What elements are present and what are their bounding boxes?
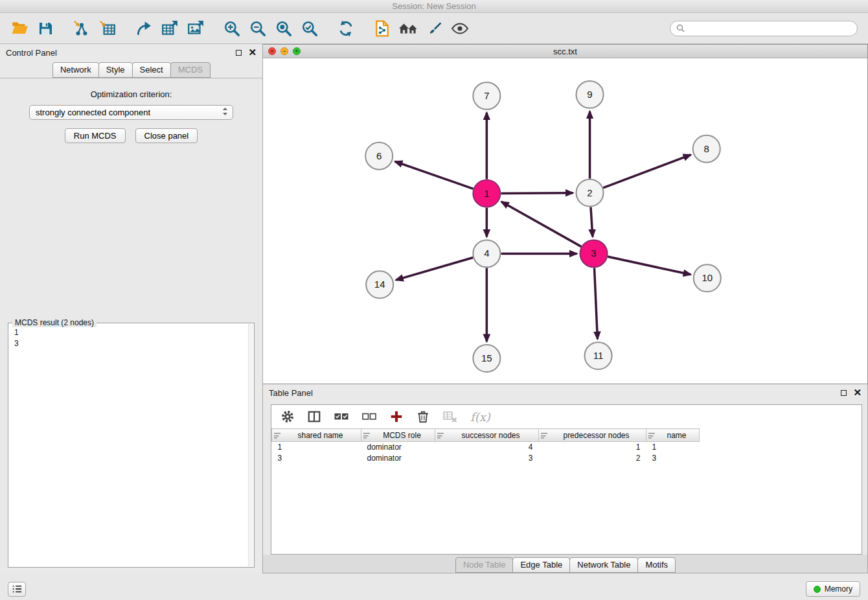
search-input[interactable] xyxy=(688,24,851,33)
graph-node-1[interactable]: 1 xyxy=(473,180,500,207)
graph-node-7[interactable]: 7 xyxy=(473,82,500,110)
zoom-fit-button[interactable] xyxy=(271,16,297,41)
maximize-window-button[interactable]: + xyxy=(293,47,301,55)
run-mcds-button[interactable]: Run MCDS xyxy=(65,128,126,143)
close-window-button[interactable]: × xyxy=(268,47,276,55)
tab-network-table[interactable]: Network Table xyxy=(569,557,638,573)
graph-edge-3-11[interactable] xyxy=(595,268,598,339)
graph-node-11[interactable]: 11 xyxy=(585,342,612,369)
table-toolbar: f(x) xyxy=(271,405,862,428)
graph-node-4[interactable]: 4 xyxy=(473,240,500,267)
graph-node-3[interactable]: 3 xyxy=(580,240,608,267)
select-all-columns-button[interactable] xyxy=(332,408,350,425)
zoom-fit-icon xyxy=(275,20,292,37)
column-header-name[interactable]: name xyxy=(646,429,700,442)
titlebar: Session: New Session xyxy=(0,0,868,13)
tab-style[interactable]: Style xyxy=(98,62,133,78)
show-hide-graphics-button[interactable] xyxy=(447,16,473,41)
create-column-button[interactable] xyxy=(388,408,405,425)
network-window-titlebar[interactable]: × − + scc.txt xyxy=(263,45,867,58)
column-header-predecessor-nodes[interactable]: predecessor nodes xyxy=(539,429,646,442)
close-table-panel-icon[interactable]: ✕ xyxy=(853,389,862,397)
column-header-MCDS-role[interactable]: MCDS role xyxy=(361,429,435,442)
apply-layout-button[interactable] xyxy=(333,16,359,41)
tab-node-table[interactable]: Node Table xyxy=(455,557,514,573)
export-table-button[interactable] xyxy=(157,16,183,41)
export-network-button[interactable] xyxy=(131,16,157,41)
zoom-out-button[interactable] xyxy=(245,16,271,41)
mcds-result-list[interactable]: 1 3 xyxy=(8,323,254,353)
column-sort-icon xyxy=(363,433,370,439)
table-row[interactable]: 1dominator411 xyxy=(272,442,700,453)
svg-text:6: 6 xyxy=(376,150,382,161)
table-cell[interactable]: 2 xyxy=(539,453,646,464)
export-image-button[interactable] xyxy=(183,16,209,41)
column-sort-icon xyxy=(541,433,547,439)
clone-network-button[interactable] xyxy=(369,16,395,41)
mcds-result-line: 3 xyxy=(14,338,248,349)
graph-node-15[interactable]: 15 xyxy=(473,345,500,372)
graph-edge-4-14[interactable] xyxy=(396,258,473,281)
optimization-criterion-select[interactable]: strongly connected component xyxy=(29,105,233,120)
graph-edge-2-3[interactable] xyxy=(591,207,593,237)
graph-node-10[interactable]: 10 xyxy=(694,264,721,292)
import-network-button[interactable] xyxy=(69,16,95,41)
tab-motifs[interactable]: Motifs xyxy=(637,557,676,573)
graph-edge-3-1[interactable] xyxy=(501,202,581,246)
table-cell[interactable]: 3 xyxy=(646,453,700,464)
column-header-successor-nodes[interactable]: successor nodes xyxy=(435,429,539,442)
column-header-shared-name[interactable]: shared name xyxy=(272,429,361,442)
minimize-window-button[interactable]: − xyxy=(280,47,288,55)
graph-node-2[interactable]: 2 xyxy=(577,179,604,207)
tab-edge-table[interactable]: Edge Table xyxy=(512,557,570,573)
tab-select[interactable]: Select xyxy=(132,62,171,78)
close-panel-icon[interactable]: ✕ xyxy=(248,49,257,56)
table-cell[interactable]: dominator xyxy=(361,453,435,464)
close-panel-button[interactable]: Close panel xyxy=(135,128,198,143)
table-cell[interactable]: 1 xyxy=(539,442,646,453)
deselect-all-columns-button[interactable] xyxy=(360,408,378,425)
import-network-icon xyxy=(73,20,90,37)
graph-node-6[interactable]: 6 xyxy=(365,143,393,170)
table-cell[interactable]: 3 xyxy=(435,453,539,464)
table-cell[interactable]: 1 xyxy=(646,442,700,453)
panel-selector-button[interactable] xyxy=(8,582,26,597)
graph-edge-1-6[interactable] xyxy=(395,161,474,189)
table-row[interactable]: 3dominator323 xyxy=(272,453,700,464)
zoom-in-button[interactable] xyxy=(219,16,245,41)
delete-columns-button[interactable] xyxy=(415,408,431,425)
network-canvas[interactable]: 7968124314101511 xyxy=(263,58,867,384)
search-box[interactable] xyxy=(670,21,858,36)
table-cell[interactable]: dominator xyxy=(361,442,435,453)
result-scrollbar[interactable] xyxy=(248,324,253,566)
list-icon xyxy=(11,584,23,594)
import-table-button[interactable] xyxy=(95,16,120,41)
style-brush-button[interactable] xyxy=(421,16,447,41)
save-session-button[interactable] xyxy=(32,16,58,41)
open-file-button[interactable] xyxy=(6,16,32,41)
memory-button[interactable]: Memory xyxy=(806,581,860,597)
table-cell[interactable]: 1 xyxy=(272,442,361,453)
network-home-button[interactable] xyxy=(395,16,421,41)
zoom-selected-icon xyxy=(301,20,318,37)
zoom-selected-button[interactable] xyxy=(297,16,323,41)
tab-network[interactable]: Network xyxy=(52,62,99,78)
graph-edge-1-2[interactable] xyxy=(501,193,573,194)
graph-edge-2-8[interactable] xyxy=(603,155,691,188)
table-cell[interactable]: 3 xyxy=(272,453,361,464)
graph-node-14[interactable]: 14 xyxy=(366,271,393,298)
float-table-panel-icon[interactable] xyxy=(841,390,847,396)
show-columns-button[interactable] xyxy=(306,408,323,425)
network-graph[interactable]: 7968124314101511 xyxy=(263,58,867,384)
table-settings-button[interactable] xyxy=(279,408,296,425)
graph-edge-3-10[interactable] xyxy=(608,257,691,275)
trash-icon xyxy=(416,410,430,424)
float-panel-icon[interactable] xyxy=(236,50,242,56)
graph-node-9[interactable]: 9 xyxy=(577,81,604,108)
delete-table-button[interactable] xyxy=(441,408,459,425)
graph-node-8[interactable]: 8 xyxy=(693,135,720,163)
tab-mcds[interactable]: MCDS xyxy=(170,62,211,78)
network-window: × − + scc.txt 7968124314101511 xyxy=(263,44,868,384)
table-cell[interactable]: 4 xyxy=(435,442,539,453)
function-builder-button[interactable]: f(x) xyxy=(469,409,492,425)
